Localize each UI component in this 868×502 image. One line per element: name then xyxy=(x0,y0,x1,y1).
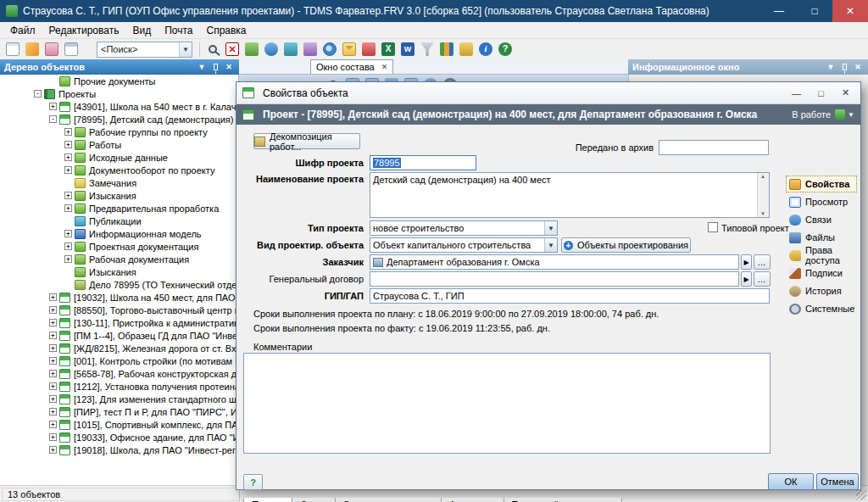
status-selector[interactable]: В работе ▼ xyxy=(792,109,854,120)
ok-button[interactable]: ОК xyxy=(768,473,814,490)
kind-dropdown[interactable]: Объект капитального строительства ▼ xyxy=(370,237,558,253)
chevron-down-icon[interactable]: ▼ xyxy=(179,42,192,57)
tree-item[interactable]: - [78995], Детский сад (демонстрация) на… xyxy=(0,113,238,126)
tree-item[interactable]: + Документооборот по проекту xyxy=(0,164,238,176)
typical-project-checkbox[interactable] xyxy=(708,222,718,232)
side-item-files[interactable]: Файлы xyxy=(786,229,857,246)
expander-icon[interactable]: + xyxy=(64,153,72,161)
maximize-icon[interactable]: □ xyxy=(810,86,832,101)
expander-icon[interactable]: + xyxy=(49,382,57,390)
dialog-tab-0[interactable]: Проект xyxy=(243,498,292,502)
table-grid-icon[interactable] xyxy=(62,41,81,59)
expander-icon[interactable]: + xyxy=(64,255,72,263)
word-icon[interactable] xyxy=(398,41,417,59)
layers-icon[interactable] xyxy=(242,41,261,59)
tree-item[interactable]: + [1212], Установка получения протеина, … xyxy=(0,380,238,393)
tree-item[interactable]: + Работы xyxy=(0,138,238,151)
expander-icon[interactable]: + xyxy=(64,141,72,148)
customer-field[interactable]: Департамент образования г. Омска xyxy=(370,254,739,270)
menu-item-2[interactable]: Вид xyxy=(125,23,158,38)
gip-field[interactable]: Страусова С. Т., ГИП xyxy=(370,288,770,304)
design-objects-button[interactable]: Объекты проектирования xyxy=(561,237,691,253)
tree-item[interactable]: + Исходные данные xyxy=(0,151,238,164)
pin-icon[interactable] xyxy=(209,61,221,73)
expander-icon[interactable]: + xyxy=(49,319,57,326)
scrollbar[interactable] xyxy=(757,173,769,217)
side-item-signs[interactable]: Подписи xyxy=(786,265,857,282)
edit-pencil-icon[interactable] xyxy=(23,41,42,59)
expander-icon[interactable]: + xyxy=(49,293,57,301)
tab-okno-sostava[interactable]: Окно состава ✕ xyxy=(310,59,393,74)
report-icon[interactable] xyxy=(301,41,320,59)
tree-item[interactable]: Замечания xyxy=(0,176,238,189)
excel-icon[interactable] xyxy=(379,41,398,59)
menu-item-1[interactable]: Редактировать xyxy=(42,23,126,38)
new-doc-icon[interactable] xyxy=(3,41,22,59)
tree-item[interactable]: + Информационная модель xyxy=(0,227,238,240)
tree-item[interactable]: + [19018], Школа, для ПАО "Инвест-регион… xyxy=(0,443,238,456)
comments-field[interactable] xyxy=(243,353,771,454)
tree-item[interactable]: - Проекты xyxy=(0,87,238,100)
tree-item[interactable]: Изыскания xyxy=(0,265,238,278)
decompose-button[interactable]: Декомпозиция работ... xyxy=(253,133,360,149)
expander-icon[interactable]: + xyxy=(49,370,57,377)
expander-icon[interactable]: + xyxy=(49,446,57,454)
tree-item[interactable]: + Рабочие группы по проекту xyxy=(0,126,238,138)
tree-item[interactable]: Прочие документы xyxy=(0,75,238,87)
close-icon[interactable]: ✕ xyxy=(381,63,388,71)
expander-icon[interactable]: + xyxy=(49,408,57,416)
filter-icon[interactable] xyxy=(418,41,437,59)
find-icon[interactable] xyxy=(203,41,222,59)
expander-icon[interactable]: + xyxy=(64,204,72,212)
menu-item-0[interactable]: Файл xyxy=(3,23,42,38)
chevron-down-icon[interactable]: ▼ xyxy=(825,61,837,73)
customer-browse-button[interactable]: … xyxy=(754,254,771,270)
eraser-icon[interactable] xyxy=(42,41,61,59)
contract-field[interactable] xyxy=(370,271,739,287)
expander-icon[interactable]: + xyxy=(49,332,57,339)
tree-item[interactable]: + [5658-78], Рабочая конструкторская док… xyxy=(0,367,238,380)
pin-icon[interactable] xyxy=(838,61,850,73)
expander-icon[interactable]: + xyxy=(49,306,57,314)
tree-item[interactable]: + [123], Для изменения стандартного шабл xyxy=(0,393,238,405)
expander-icon[interactable]: + xyxy=(64,128,72,136)
flag-icon[interactable] xyxy=(359,41,378,59)
dialog-tab-4[interactable]: Прикреплённые отчеты xyxy=(504,498,622,502)
side-item-history[interactable]: История xyxy=(786,282,857,299)
expander-icon[interactable]: + xyxy=(64,166,72,174)
tree-item[interactable]: + [88550], Торгово-выставочный центр по … xyxy=(0,304,238,316)
code-field[interactable]: 78995 xyxy=(370,155,476,170)
customer-menu-button[interactable]: ▶ xyxy=(741,254,752,270)
tree-item[interactable]: + [43901], Школа на 540 мест в г. Калачи… xyxy=(0,100,238,113)
refresh-icon[interactable] xyxy=(262,41,281,59)
side-item-system[interactable]: Системные xyxy=(786,300,857,317)
tree-item[interactable]: + Предварительная проработка xyxy=(0,202,238,215)
maximize-icon[interactable]: □ xyxy=(797,0,832,22)
close-icon[interactable]: ✕ xyxy=(834,86,857,101)
minimize-icon[interactable]: — xyxy=(785,86,808,101)
expander-icon[interactable]: - xyxy=(34,90,42,98)
dialog-tab-3[interactable]: Аналитика xyxy=(441,498,504,502)
side-item-preview[interactable]: Просмотр xyxy=(786,193,857,210)
expander-icon[interactable]: - xyxy=(49,115,57,123)
dialog-tab-1[interactable]: Сроки xyxy=(292,498,335,502)
side-item-access[interactable]: Права доступа xyxy=(786,247,857,264)
tree-item[interactable]: Дело 78995 (ТО Технический отдел) xyxy=(0,278,238,291)
info-icon[interactable] xyxy=(476,41,495,59)
menu-item-4[interactable]: Справка xyxy=(199,23,253,38)
contract-browse-button[interactable]: … xyxy=(754,271,771,287)
expander-icon[interactable]: + xyxy=(49,395,57,403)
expander-icon[interactable]: + xyxy=(49,103,57,110)
tree-item[interactable]: + [1015], Спортивный комплекс, для ПАО "… xyxy=(0,418,238,431)
tree-item[interactable]: + Изыскания xyxy=(0,189,238,202)
tree-item[interactable]: + [19032], Школа на 450 мест, для ПАО "И… xyxy=(0,291,238,304)
cancel-button[interactable]: Отмена xyxy=(816,473,859,490)
minimize-icon[interactable]: — xyxy=(761,0,797,22)
close-icon[interactable]: ✕ xyxy=(832,0,868,22)
tree-item[interactable]: + [19033], Офисное здание, для ПАО "Инве… xyxy=(0,431,238,443)
dialog-tab-2[interactable]: Ответственные лица xyxy=(335,498,442,502)
chart-icon[interactable] xyxy=(437,41,456,59)
clear-icon[interactable] xyxy=(223,41,242,59)
tree-item[interactable]: + [130-11], Пристройка к административны… xyxy=(0,316,238,329)
chevron-down-icon[interactable]: ▼ xyxy=(848,111,854,119)
